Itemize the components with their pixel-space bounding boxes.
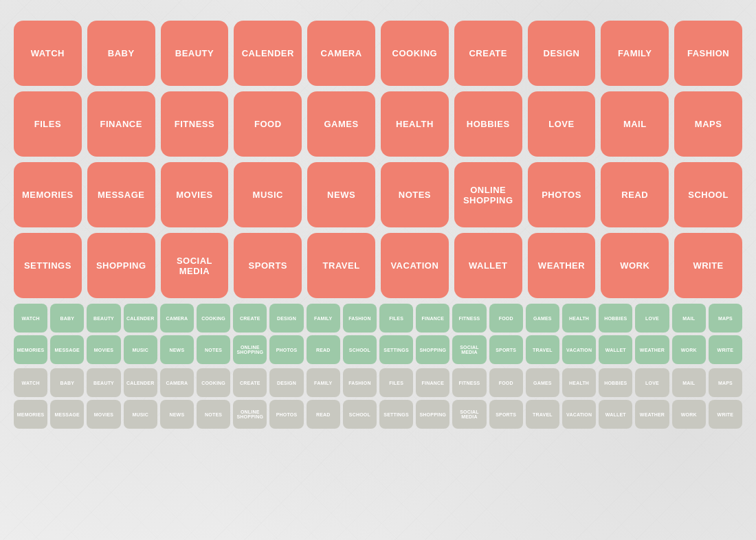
small-tile[interactable]: NEWS [160, 335, 194, 364]
large-tile[interactable]: MEMORIES [14, 162, 82, 227]
small-tile[interactable]: FITNESS [452, 304, 486, 333]
small-tile[interactable]: MAPS [709, 304, 742, 333]
small-tile[interactable]: WRITE [709, 400, 742, 429]
large-tile[interactable]: BABY [87, 21, 155, 86]
small-tile[interactable]: SOCIAL MEDIA [452, 400, 486, 429]
large-tile[interactable]: FINANCE [87, 91, 155, 157]
large-tile[interactable]: NEWS [307, 162, 375, 227]
large-tile[interactable]: WRITE [674, 233, 742, 298]
large-tile[interactable]: READ [601, 162, 669, 227]
large-tile[interactable]: MOVIES [161, 162, 229, 227]
small-tile[interactable]: SHOPPING [416, 335, 449, 364]
small-tile[interactable]: FAMILY [307, 368, 340, 397]
small-tile[interactable]: BEAUTY [87, 368, 120, 397]
small-tile[interactable]: CALENDER [124, 368, 157, 397]
small-tile[interactable]: CALENDER [124, 304, 157, 333]
small-tile[interactable]: PHOTOS [269, 400, 303, 429]
small-tile[interactable]: WEATHER [635, 400, 669, 429]
small-tile[interactable]: DESIGN [269, 368, 303, 397]
small-tile[interactable]: WEATHER [635, 335, 669, 364]
small-tile[interactable]: MOVIES [87, 335, 120, 364]
small-tile[interactable]: GAMES [526, 368, 559, 397]
large-tile[interactable]: FAMILY [601, 21, 669, 86]
small-tile[interactable]: CAMERA [160, 304, 194, 333]
large-tile[interactable]: MESSAGE [87, 162, 155, 227]
small-tile[interactable]: SOCIAL MEDIA [452, 335, 486, 364]
small-tile[interactable]: TRAVEL [526, 400, 559, 429]
small-tile[interactable]: WORK [672, 400, 706, 429]
large-tile[interactable]: SOCIAL MEDIA [161, 233, 229, 298]
small-tile[interactable]: NEWS [160, 400, 194, 429]
small-tile[interactable]: MOVIES [87, 400, 120, 429]
large-tile[interactable]: SHOPPING [87, 233, 155, 298]
small-tile[interactable]: CREATE [233, 304, 267, 333]
small-tile[interactable]: MUSIC [124, 335, 157, 364]
large-tile[interactable]: MAPS [674, 91, 742, 157]
small-tile[interactable]: BABY [50, 304, 84, 333]
small-tile[interactable]: CREATE [233, 368, 267, 397]
large-tile[interactable]: HOBBIES [454, 91, 522, 157]
small-tile[interactable]: SHOPPING [416, 400, 449, 429]
small-tile[interactable]: PHOTOS [269, 335, 303, 364]
small-tile[interactable]: TRAVEL [526, 335, 559, 364]
small-tile[interactable]: FASHION [343, 368, 377, 397]
large-tile[interactable]: CAMERA [307, 21, 375, 86]
small-tile[interactable]: FITNESS [452, 368, 486, 397]
small-tile[interactable]: FILES [379, 304, 413, 333]
large-tile[interactable]: FOOD [234, 91, 302, 157]
small-tile[interactable]: MEMORIES [14, 335, 47, 364]
large-tile[interactable]: VACATION [381, 233, 449, 298]
small-tile[interactable]: SCHOOL [343, 335, 377, 364]
small-tile[interactable]: WRITE [709, 335, 742, 364]
large-tile[interactable]: SPORTS [234, 233, 302, 298]
large-tile[interactable]: WALLET [454, 233, 522, 298]
small-tile[interactable]: MAIL [672, 304, 706, 333]
large-tile[interactable]: MAIL [601, 91, 669, 157]
large-tile[interactable]: TRAVEL [307, 233, 375, 298]
small-tile[interactable]: MUSIC [124, 400, 157, 429]
small-tile[interactable]: BEAUTY [87, 304, 120, 333]
small-tile[interactable]: BABY [50, 368, 84, 397]
small-tile[interactable]: ONLINE SHOPPING [233, 400, 267, 429]
small-tile[interactable]: SPORTS [489, 335, 523, 364]
small-tile[interactable]: NOTES [197, 335, 230, 364]
small-tile[interactable]: LOVE [635, 368, 669, 397]
small-tile[interactable]: NOTES [197, 400, 230, 429]
small-tile[interactable]: FOOD [489, 368, 523, 397]
large-tile[interactable]: PHOTOS [528, 162, 596, 227]
large-tile[interactable]: FITNESS [161, 91, 229, 157]
large-tile[interactable]: CREATE [454, 21, 522, 86]
small-tile[interactable]: DESIGN [269, 304, 303, 333]
small-tile[interactable]: CAMERA [160, 368, 194, 397]
small-tile[interactable]: SPORTS [489, 400, 523, 429]
large-tile[interactable]: NOTES [381, 162, 449, 227]
small-tile[interactable]: SETTINGS [379, 400, 413, 429]
large-tile[interactable]: MUSIC [234, 162, 302, 227]
large-tile[interactable]: ONLINE SHOPPING [454, 162, 522, 227]
small-tile[interactable]: GAMES [526, 304, 559, 333]
small-tile[interactable]: FOOD [489, 304, 523, 333]
small-tile[interactable]: FINANCE [416, 368, 449, 397]
small-tile[interactable]: WATCH [14, 304, 47, 333]
small-tile[interactable]: COOKING [197, 304, 230, 333]
small-tile[interactable]: VACATION [562, 400, 596, 429]
small-tile[interactable]: FAMILY [307, 304, 340, 333]
large-tile[interactable]: FASHION [674, 21, 742, 86]
large-tile[interactable]: WATCH [14, 21, 82, 86]
small-tile[interactable]: HOBBIES [599, 304, 632, 333]
small-tile[interactable]: HEALTH [562, 368, 596, 397]
large-tile[interactable]: SETTINGS [14, 233, 82, 298]
small-tile[interactable]: MESSAGE [50, 335, 84, 364]
small-tile[interactable]: FILES [379, 368, 413, 397]
small-tile[interactable]: MAIL [672, 368, 706, 397]
small-tile[interactable]: READ [307, 335, 340, 364]
small-tile[interactable]: LOVE [635, 304, 669, 333]
large-tile[interactable]: BEAUTY [161, 21, 229, 86]
large-tile[interactable]: LOVE [528, 91, 596, 157]
small-tile[interactable]: HEALTH [562, 304, 596, 333]
small-tile[interactable]: FASHION [343, 304, 377, 333]
large-tile[interactable]: COOKING [381, 21, 449, 86]
small-tile[interactable]: ONLINE SHOPPING [233, 335, 267, 364]
large-tile[interactable]: SCHOOL [674, 162, 742, 227]
small-tile[interactable]: MAPS [709, 368, 742, 397]
